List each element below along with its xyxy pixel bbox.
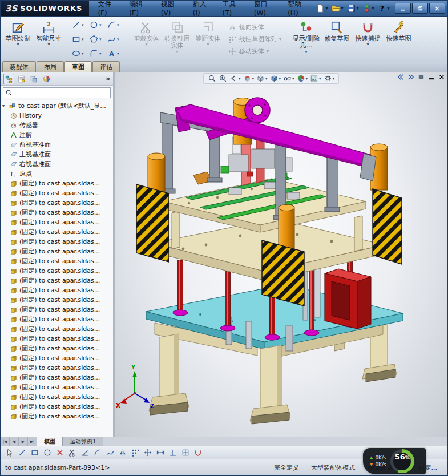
pane-next-button[interactable] — [407, 73, 415, 81]
select-tool-button[interactable] — [5, 448, 14, 457]
display-style-button[interactable]: ▾ — [269, 74, 281, 83]
tree-item-fixed-component[interactable]: (固定) to cast apar.sldas... — [2, 392, 113, 402]
tree-item-top-plane[interactable]: 上视基准面 — [2, 150, 113, 159]
tree-item-fixed-component[interactable]: (固定) to cast apar.sldas... — [2, 295, 113, 305]
close-button[interactable] — [429, 3, 445, 14]
offset-entities-button[interactable]: 等距实体▾ — [193, 18, 223, 60]
rebuild-button[interactable]: ▾ — [361, 2, 375, 15]
mirror-entities-button[interactable]: 镜向实体 — [228, 23, 281, 32]
previous-view-button[interactable]: ▾ — [229, 74, 241, 83]
rapid-sketch-button[interactable]: 快速草图 — [384, 18, 414, 60]
move-entities-button[interactable]: 移动实体▾ — [228, 47, 281, 56]
sketch-arc-tool-button[interactable] — [93, 448, 102, 457]
restore-button[interactable] — [412, 3, 428, 14]
move-tool-button[interactable] — [143, 448, 152, 457]
menu-item-1[interactable]: 文件(F) — [92, 0, 124, 19]
featuremanager-tree-tab[interactable] — [3, 74, 14, 84]
configurationmanager-tab[interactable] — [29, 74, 39, 84]
tree-item-fixed-component[interactable]: (固定) to cast apar.sldas... — [2, 382, 113, 392]
grid-tool-button[interactable] — [181, 448, 190, 457]
menu-item-2[interactable]: 编辑(E) — [124, 0, 155, 19]
tab-model[interactable]: 模型 — [37, 437, 63, 446]
tree-item-right-plane[interactable]: 右视基准面 — [2, 159, 113, 169]
repair-sketch-button[interactable]: 修复草图 — [322, 18, 352, 60]
convert-entities-button[interactable]: 转换引用实体▾ — [162, 18, 192, 60]
tree-item-fixed-component[interactable]: (固定) to cast apar.sldas... — [2, 208, 113, 217]
tree-filter-box[interactable] — [3, 87, 111, 98]
tree-item-fixed-component[interactable]: (固定) to cast apar.sldas... — [2, 217, 113, 227]
pane-previous-button[interactable] — [397, 73, 405, 81]
help-button[interactable]: ▾ — [377, 2, 390, 15]
tree-item-fixed-component[interactable]: (固定) to cast apar.sldas... — [2, 198, 113, 208]
menu-item-4[interactable]: 插入(I) — [188, 0, 217, 19]
pane-close-button[interactable] — [438, 73, 446, 81]
tab-evaluate[interactable]: 评估 — [92, 61, 120, 72]
trim-tool-button[interactable] — [68, 448, 77, 457]
linear-sketch-pattern-button[interactable]: 线性草图阵列▾ — [228, 35, 281, 44]
tree-item-fixed-component[interactable]: (固定) to cast apar.sldas... — [2, 402, 113, 412]
tree-item-fixed-component[interactable]: (固定) to cast apar.sldas... — [2, 227, 113, 237]
tree-item-fixed-component[interactable]: (固定) to cast apar.sldas... — [2, 276, 113, 285]
tree-root-assembly[interactable]: ▾ to cast apar (默认<默认_显... — [2, 101, 113, 111]
tab-scroll-2[interactable]: ◀ — [10, 437, 19, 446]
tree-item-fixed-component[interactable]: (固定) to cast apar.sldas... — [2, 179, 113, 188]
tree-item-fixed-component[interactable]: (固定) to cast apar.sldas... — [2, 353, 113, 363]
tree-item-fixed-component[interactable]: (固定) to cast apar.sldas... — [2, 256, 113, 266]
angle-tool-button[interactable] — [80, 448, 90, 457]
new-document-button[interactable]: ▾ — [315, 2, 329, 15]
tree-item-fixed-component[interactable]: (固定) to cast apar.sldas... — [2, 412, 113, 421]
tab-scroll-3[interactable]: ▶ — [19, 437, 28, 446]
tab-assembly[interactable]: 装配体 — [2, 61, 36, 72]
model-red-box[interactable] — [325, 269, 371, 329]
mirror-tool-button[interactable] — [118, 448, 127, 457]
sketch-rectangle-tool-button[interactable] — [30, 448, 39, 457]
sketch-circle-tool-button[interactable] — [43, 448, 52, 457]
tree-item-sensors[interactable]: 传感器 — [2, 120, 113, 130]
propertymanager-tab[interactable] — [16, 74, 27, 84]
display-delete-relations-button[interactable]: 显示/删除几...▾ — [291, 18, 321, 60]
save-button[interactable]: ▾ — [346, 2, 360, 15]
dimension-tool-button[interactable] — [156, 448, 165, 457]
fillet-tool[interactable]: ▾ — [89, 46, 106, 60]
view-settings-button[interactable]: ▾ — [324, 74, 335, 83]
menu-item-3[interactable]: 视图(V) — [156, 0, 188, 19]
graphics-viewport[interactable]: ▾▾▾▾▾▾▾▾ — [115, 72, 447, 437]
section-view-button[interactable]: ▾ — [243, 74, 254, 83]
assembly-model[interactable]: Y X Z — [115, 80, 447, 437]
displaymanager-tab[interactable] — [41, 74, 52, 84]
tree-item-fixed-component[interactable]: (固定) to cast apar.sldas... — [2, 324, 113, 334]
pattern-tool-button[interactable] — [131, 448, 140, 457]
arc-tool[interactable]: ▾ — [107, 18, 124, 32]
menu-item-5[interactable]: 工具(T) — [217, 0, 249, 19]
sketch-button[interactable]: 草图绘制▾ — [3, 18, 33, 60]
pane-minimize-button[interactable] — [427, 73, 435, 81]
tree-item-fixed-component[interactable]: (固定) to cast apar.sldas... — [2, 334, 113, 344]
tab-layout[interactable]: 布局 — [37, 61, 64, 72]
tree-item-history[interactable]: History — [2, 111, 113, 120]
erase-tool-button[interactable] — [55, 448, 64, 457]
hide-show-items-button[interactable]: ▾ — [283, 74, 294, 83]
tab-sketch[interactable]: 草图 — [64, 61, 92, 72]
minimize-button[interactable] — [395, 3, 411, 14]
tab-scroll-1[interactable]: |◀ — [1, 437, 10, 446]
tree-item-fixed-component[interactable]: (固定) to cast apar.sldas... — [2, 266, 113, 276]
pane-menu-button[interactable] — [417, 73, 425, 81]
tree-item-fixed-component[interactable]: (固定) to cast apar.sldas... — [2, 363, 113, 373]
text-tool[interactable]: ▾ — [107, 46, 124, 60]
tree-item-fixed-component[interactable]: (固定) to cast apar.sldas... — [2, 237, 113, 247]
snap-tool-button[interactable] — [193, 448, 203, 457]
tree-item-fixed-component[interactable]: (固定) to cast apar.sldas... — [2, 188, 113, 198]
tree-item-fixed-component[interactable]: (固定) to cast apar.sldas... — [2, 247, 113, 256]
tab-scroll-4[interactable]: ▶| — [28, 437, 37, 446]
tree-item-fixed-component[interactable]: (固定) to cast apar.sldas... — [2, 305, 113, 314]
tree-item-fixed-component[interactable]: (固定) to cast apar.sldas... — [2, 314, 113, 324]
menu-item-6[interactable]: 窗口(W) — [249, 0, 282, 19]
menu-item-7[interactable]: 帮助(H) — [282, 0, 315, 19]
panel-overflow-chevron[interactable]: » — [106, 75, 110, 83]
view-orientation-button[interactable]: ▾ — [256, 74, 268, 83]
trim-entities-button[interactable]: 剪裁实体▾ — [131, 18, 162, 60]
smart-dimension-button[interactable]: 智能尺寸▾ — [34, 18, 64, 60]
zoom-area-button[interactable] — [219, 74, 227, 83]
tree-item-annotations[interactable]: 注解 — [2, 130, 113, 140]
open-button[interactable]: ▾ — [330, 2, 344, 15]
